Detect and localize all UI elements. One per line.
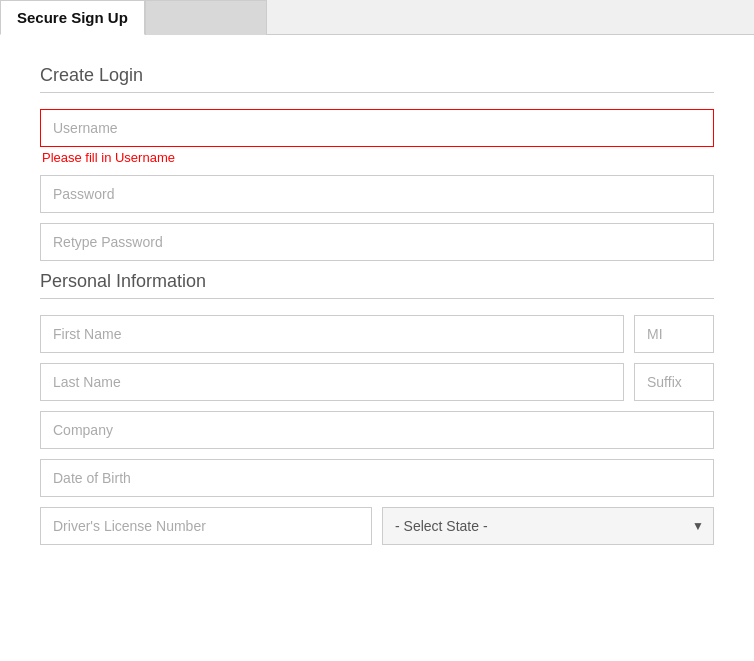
company-input[interactable] (40, 411, 714, 449)
first-name-row (40, 315, 714, 353)
suffix-group (634, 363, 714, 401)
company-group (40, 411, 714, 449)
license-row: - Select State - AL AK AZ AR CA CO CT FL… (40, 507, 714, 545)
state-select[interactable]: - Select State - AL AK AZ AR CA CO CT FL… (382, 507, 714, 545)
dob-group (40, 459, 714, 497)
username-input[interactable] (40, 109, 714, 147)
last-name-group (40, 363, 624, 401)
mi-group (634, 315, 714, 353)
license-input[interactable] (40, 507, 372, 545)
personal-info-title: Personal Information (40, 271, 714, 292)
username-error: Please fill in Username (42, 150, 714, 165)
password-group (40, 175, 714, 213)
create-login-divider (40, 92, 714, 93)
license-group (40, 507, 372, 545)
last-name-input[interactable] (40, 363, 624, 401)
username-group: Please fill in Username (40, 109, 714, 165)
tab-secure-signup[interactable]: Secure Sign Up (0, 0, 145, 35)
tab-inactive[interactable] (145, 0, 267, 35)
create-login-title: Create Login (40, 65, 714, 86)
personal-info-divider (40, 298, 714, 299)
retype-password-group (40, 223, 714, 261)
retype-password-input[interactable] (40, 223, 714, 261)
main-content: Create Login Please fill in Username Per… (0, 35, 754, 575)
suffix-input[interactable] (634, 363, 714, 401)
dob-input[interactable] (40, 459, 714, 497)
state-group: - Select State - AL AK AZ AR CA CO CT FL… (382, 507, 714, 545)
tab-bar: Secure Sign Up (0, 0, 754, 35)
mi-input[interactable] (634, 315, 714, 353)
first-name-group (40, 315, 624, 353)
last-name-row (40, 363, 714, 401)
first-name-input[interactable] (40, 315, 624, 353)
password-input[interactable] (40, 175, 714, 213)
